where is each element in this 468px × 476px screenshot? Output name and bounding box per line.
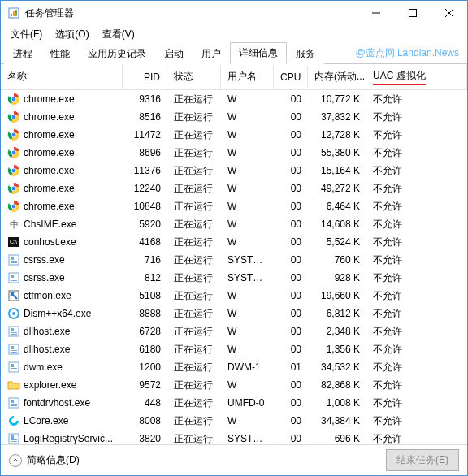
col-header-pid[interactable]: PID: [123, 67, 167, 88]
process-name: conhost.exe: [24, 236, 76, 248]
tab-users[interactable]: 用户: [193, 43, 230, 64]
tab-processes[interactable]: 进程: [4, 43, 41, 64]
cell-mem: 19,660 K: [308, 288, 366, 303]
table-row[interactable]: chrome.exe12240正在运行W0049,272 K不允许: [1, 180, 467, 197]
cell-cpu: 00: [274, 324, 308, 339]
col-header-name[interactable]: 名称: [1, 65, 123, 89]
table-row[interactable]: LCore.exe8008正在运行W0034,384 K不允许: [1, 412, 467, 430]
col-header-uac[interactable]: UAC 虚拟化: [366, 64, 467, 90]
col-header-mem[interactable]: 内存(活动...: [308, 65, 366, 89]
cell-uac: 不允许: [366, 323, 467, 340]
tab-history[interactable]: 应用历史记录: [79, 43, 155, 64]
process-name: ctfmon.exe: [24, 290, 72, 301]
cell-uac: 不允许: [366, 180, 467, 197]
table-row[interactable]: dwm.exe1200正在运行DWM-10134,532 K不允许: [1, 358, 467, 376]
table-row[interactable]: LogiRegistryServic...3820正在运行SYSTEM00696…: [1, 430, 467, 444]
cell-name: chrome.exe: [1, 127, 123, 143]
table-row[interactable]: dllhost.exe6728正在运行W002,348 K不允许: [1, 322, 467, 340]
table-row[interactable]: C:\conhost.exe4168正在运行W005,524 K不允许: [1, 233, 467, 251]
table-row[interactable]: chrome.exe11472正在运行W0012,728 K不允许: [1, 126, 467, 144]
svg-rect-52: [11, 364, 14, 367]
table-row[interactable]: chrome.exe8696正在运行W0055,380 K不允许: [1, 144, 467, 162]
task-manager-window: 任务管理器 文件(F) 选项(O) 查看(V) 进程 性能 应用历史记录 启动 …: [0, 0, 468, 476]
table-row[interactable]: dllhost.exe6180正在运行W001,356 K不允许: [1, 340, 467, 358]
close-button[interactable]: [431, 1, 467, 25]
process-icon: [7, 396, 20, 409]
process-icon: C:\: [7, 236, 20, 249]
process-name: csrss.exe: [24, 272, 65, 283]
process-name: chrome.exe: [24, 111, 75, 123]
cell-cpu: 01: [274, 360, 308, 374]
cell-pid: 1200: [123, 360, 167, 374]
process-icon: [7, 361, 20, 374]
cell-uac: 不允许: [366, 91, 467, 108]
minimize-button[interactable]: [358, 1, 394, 25]
table-row[interactable]: fontdrvhost.exe448正在运行UMFD-0001,008 K不允许: [1, 394, 467, 412]
cell-status: 正在运行: [167, 145, 221, 162]
cell-cpu: 00: [274, 235, 308, 249]
svg-point-16: [12, 133, 16, 137]
cell-mem: 928 K: [308, 270, 366, 285]
cell-mem: 15,164 K: [308, 163, 366, 178]
col-header-cpu[interactable]: CPU: [274, 67, 308, 88]
table-row[interactable]: csrss.exe812正在运行SYSTEM00928 K不允许: [1, 269, 467, 287]
svg-point-19: [12, 151, 16, 155]
cell-pid: 11472: [123, 128, 167, 142]
cell-mem: 12,728 K: [308, 128, 366, 142]
menu-file[interactable]: 文件(F): [4, 26, 49, 43]
table-row[interactable]: chrome.exe10848正在运行W006,464 K不允许: [1, 197, 467, 215]
process-icon: [7, 414, 20, 427]
menu-options[interactable]: 选项(O): [49, 26, 95, 43]
svg-rect-57: [11, 404, 17, 405]
cell-mem: 6,812 K: [308, 306, 366, 321]
process-name: dllhost.exe: [24, 326, 70, 337]
table-row[interactable]: csrss.exe716正在运行SYSTEM00760 K不允许: [1, 251, 467, 269]
cell-user: W: [221, 145, 274, 160]
cell-uac: 不允许: [366, 270, 467, 287]
cell-pid: 3820: [123, 431, 167, 444]
process-icon: [7, 379, 20, 392]
end-task-button[interactable]: 结束任务(E): [386, 449, 459, 471]
cell-pid: 8008: [123, 413, 167, 428]
svg-point-42: [12, 312, 15, 315]
footer: 简略信息(D) 结束任务(E): [1, 444, 467, 475]
table-row[interactable]: chrome.exe8516正在运行W0037,832 K不允许: [1, 108, 467, 126]
cell-status: 正在运行: [167, 180, 221, 197]
table-row[interactable]: explorer.exe9572正在运行W0082,868 K不允许: [1, 376, 467, 394]
process-name: chrome.exe: [24, 201, 75, 212]
tab-details[interactable]: 详细信息: [230, 42, 287, 64]
cell-cpu: 00: [274, 163, 308, 178]
tab-services[interactable]: 服务: [287, 43, 324, 64]
cell-cpu: 00: [274, 378, 308, 392]
tab-startup[interactable]: 启动: [155, 43, 193, 64]
cell-status: 正在运行: [167, 431, 221, 445]
svg-rect-61: [11, 439, 17, 440]
grid-body[interactable]: chrome.exe9316正在运行W0010,772 K不允许chrome.e…: [1, 90, 467, 444]
table-row[interactable]: 中ChsIME.exe5920正在运行W0014,608 K不允许: [1, 215, 467, 233]
table-row[interactable]: chrome.exe11376正在运行W0015,164 K不允许: [1, 162, 467, 180]
titlebar[interactable]: 任务管理器: [1, 1, 467, 25]
svg-rect-62: [11, 441, 17, 442]
app-icon: [7, 6, 20, 19]
col-header-status[interactable]: 状态: [167, 65, 221, 89]
process-name: Dism++x64.exe: [24, 308, 91, 319]
cell-uac: 不允许: [366, 395, 467, 412]
process-icon: [7, 289, 20, 302]
menu-view[interactable]: 查看(V): [96, 26, 141, 43]
table-row[interactable]: Dism++x64.exe8888正在运行W006,812 K不允许: [1, 305, 467, 322]
col-header-user[interactable]: 用户名: [221, 65, 274, 89]
tab-performance[interactable]: 性能: [41, 43, 79, 64]
cell-pid: 8888: [123, 306, 167, 321]
cell-user: W: [221, 324, 274, 339]
svg-rect-56: [11, 400, 14, 403]
svg-rect-50: [11, 352, 17, 353]
table-row[interactable]: ctfmon.exe5108正在运行W0019,660 K不允许: [1, 287, 467, 305]
cell-pid: 6180: [123, 342, 167, 357]
svg-rect-33: [11, 257, 14, 260]
cell-mem: 2,348 K: [308, 324, 366, 339]
maximize-button[interactable]: [394, 1, 431, 25]
fewer-details-button[interactable]: 简略信息(D): [9, 453, 379, 467]
cell-user: DWM-1: [221, 360, 274, 374]
table-row[interactable]: chrome.exe9316正在运行W0010,772 K不允许: [1, 90, 467, 108]
cell-pid: 5920: [123, 217, 167, 232]
